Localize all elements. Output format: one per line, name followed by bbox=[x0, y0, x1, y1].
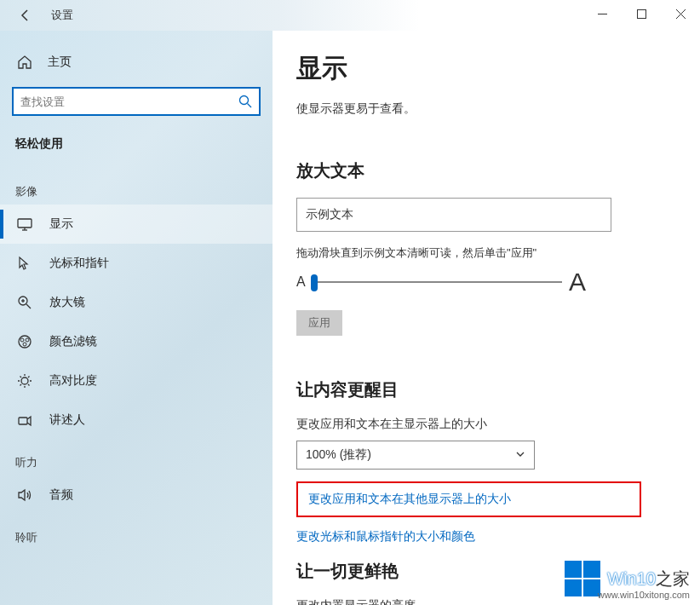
svg-line-5 bbox=[248, 104, 252, 108]
nav-label: 显示 bbox=[49, 216, 73, 232]
search-input-wrap[interactable] bbox=[12, 87, 261, 116]
category-title: 轻松使用 bbox=[0, 131, 273, 169]
watermark-url: www.win10xitong.com bbox=[598, 590, 690, 600]
svg-line-23 bbox=[28, 384, 30, 386]
section-hearing: 听力 bbox=[0, 440, 273, 475]
home-label: 主页 bbox=[48, 55, 72, 70]
link-other-displays[interactable]: 更改应用和文本在其他显示器上的大小 bbox=[308, 492, 629, 507]
scale-dropdown[interactable]: 100% (推荐) bbox=[296, 441, 535, 470]
narrator-icon bbox=[17, 412, 32, 428]
page-heading: 显示 bbox=[296, 51, 674, 86]
nav-label: 光标和指针 bbox=[49, 256, 109, 271]
svg-rect-1 bbox=[637, 9, 645, 18]
window-title: 设置 bbox=[51, 8, 73, 23]
nav-label: 讲述人 bbox=[49, 412, 85, 428]
nav-label: 放大镜 bbox=[49, 295, 85, 310]
main-content: 显示 使显示器更易于查看。 放大文本 示例文本 拖动滑块直到示例文本清晰可读，然… bbox=[273, 31, 700, 605]
home-link[interactable]: 主页 bbox=[0, 48, 273, 77]
nav-cursor[interactable]: 光标和指针 bbox=[0, 244, 273, 283]
text-size-slider[interactable] bbox=[311, 281, 562, 283]
cursor-icon bbox=[17, 256, 32, 271]
svg-line-22 bbox=[20, 377, 22, 378]
display-icon bbox=[17, 216, 32, 232]
colorfilter-icon bbox=[17, 334, 32, 349]
highlighted-link-box: 更改应用和文本在其他显示器上的大小 bbox=[296, 481, 641, 517]
chevron-down-icon bbox=[515, 448, 525, 462]
nav-display[interactable]: 显示 bbox=[0, 205, 273, 244]
svg-point-4 bbox=[240, 96, 249, 105]
contrast-icon bbox=[17, 373, 32, 389]
search-icon bbox=[238, 95, 252, 108]
back-button[interactable] bbox=[14, 3, 37, 27]
svg-point-17 bbox=[21, 377, 28, 384]
svg-line-25 bbox=[28, 377, 30, 378]
page-desc: 使显示器更易于查看。 bbox=[296, 101, 674, 117]
content-section-title: 让内容更醒目 bbox=[296, 378, 674, 401]
link-cursor-size[interactable]: 更改光标和鼠标指针的大小和颜色 bbox=[296, 529, 674, 544]
watermark-brand1: Win10 bbox=[607, 569, 656, 588]
svg-rect-26 bbox=[19, 418, 27, 424]
svg-line-10 bbox=[26, 304, 31, 308]
nav-label: 音频 bbox=[49, 487, 73, 503]
svg-point-14 bbox=[20, 338, 24, 342]
watermark-brand2: 之家 bbox=[656, 569, 690, 588]
apply-button[interactable]: 应用 bbox=[296, 310, 342, 336]
slider-label: 拖动滑块直到示例文本清晰可读，然后单击"应用" bbox=[296, 245, 674, 261]
text-section-title: 放大文本 bbox=[296, 159, 674, 182]
svg-point-16 bbox=[23, 343, 26, 346]
maximize-button[interactable] bbox=[622, 0, 661, 27]
sample-text-box: 示例文本 bbox=[296, 198, 611, 232]
audio-icon bbox=[17, 487, 32, 503]
nav-label: 颜色滤镜 bbox=[49, 334, 97, 349]
section-interaction: 聆听 bbox=[0, 515, 273, 550]
close-button[interactable] bbox=[661, 0, 700, 27]
svg-rect-6 bbox=[18, 219, 32, 228]
slider-thumb[interactable] bbox=[311, 274, 318, 291]
nav-narrator[interactable]: 讲述人 bbox=[0, 400, 273, 440]
magnifier-icon bbox=[17, 295, 32, 310]
svg-point-15 bbox=[26, 338, 29, 342]
slider-max-label: A bbox=[569, 268, 586, 297]
nav-magnifier[interactable]: 放大镜 bbox=[0, 283, 273, 322]
search-input[interactable] bbox=[20, 95, 238, 108]
nav-audio[interactable]: 音频 bbox=[0, 475, 273, 515]
sidebar: 主页 轻松使用 影像 显示 光标和指针 放大镜 bbox=[0, 31, 273, 605]
watermark: Win10之家 www.win10xitong.com bbox=[565, 561, 690, 596]
home-icon bbox=[17, 55, 32, 70]
dropdown-value: 100% (推荐) bbox=[306, 447, 371, 463]
scale-label: 更改应用和文本在主显示器上的大小 bbox=[296, 417, 674, 432]
slider-min-label: A bbox=[296, 274, 306, 290]
svg-line-24 bbox=[20, 384, 22, 386]
nav-label: 高对比度 bbox=[49, 373, 97, 389]
nav-contrast[interactable]: 高对比度 bbox=[0, 361, 273, 400]
nav-colorfilter[interactable]: 颜色滤镜 bbox=[0, 322, 273, 361]
windows-logo-icon bbox=[565, 561, 600, 596]
section-vision: 影像 bbox=[0, 169, 273, 205]
minimize-button[interactable] bbox=[582, 0, 622, 27]
